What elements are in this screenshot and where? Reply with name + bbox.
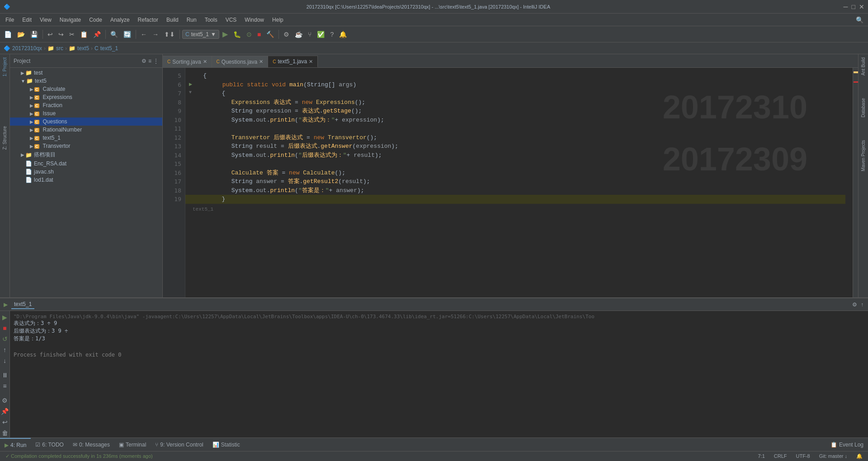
event-log-tab[interactable]: 📋 Event Log xyxy=(826,438,868,452)
tasks-button[interactable]: ✅ xyxy=(315,29,327,39)
status-position[interactable]: 7:1 xyxy=(756,453,766,459)
build-methods-button[interactable]: ⬆⬇ xyxy=(162,29,177,39)
run-play-button[interactable]: ▶ xyxy=(1,313,8,322)
replace-button[interactable]: 🔄 xyxy=(121,29,133,39)
nav-back-button[interactable]: ← xyxy=(138,29,149,39)
tree-item-partner[interactable]: ▶ 📁 搭档项目 xyxy=(10,150,162,160)
tree-item-expressions[interactable]: ▶ C Expressions xyxy=(10,93,162,101)
tree-collapse-icon[interactable]: ≡ xyxy=(148,58,151,64)
menu-file[interactable]: File xyxy=(2,16,18,24)
find-button[interactable]: 🔍 xyxy=(108,29,120,39)
status-line-ending[interactable]: CRLF xyxy=(772,453,789,459)
menu-run[interactable]: Run xyxy=(183,16,200,24)
run-soft-wrap-button[interactable]: ↩ xyxy=(1,418,9,427)
redo-button[interactable]: ↪ xyxy=(56,29,66,39)
tree-item-test[interactable]: ▶ 📁 test xyxy=(10,69,162,77)
run-button[interactable]: ▶ xyxy=(220,28,230,40)
new-file-button[interactable]: 📄 xyxy=(2,29,14,39)
tab-sorting[interactable]: C Sorting.java ✕ xyxy=(163,56,212,67)
database-icon[interactable]: Database xyxy=(859,97,867,119)
run-pin-button[interactable]: 📌 xyxy=(0,407,9,416)
notifications-button[interactable]: 🔔 xyxy=(337,29,349,39)
vcs-button[interactable]: ⑂ xyxy=(306,29,314,39)
help-button[interactable]: ? xyxy=(328,29,336,39)
sdk-manager-button[interactable]: ☕ xyxy=(292,29,305,39)
build-project-button[interactable]: 🔨 xyxy=(264,29,276,39)
paste-button[interactable]: 📌 xyxy=(91,29,103,39)
bottom-tab-vcs[interactable]: ⑂ 9: Version Control xyxy=(151,438,208,452)
copy-button[interactable]: 📋 xyxy=(78,29,90,39)
ant-build-icon[interactable]: Ant Build xyxy=(859,56,867,77)
run-close-icon[interactable]: ↑ xyxy=(860,301,864,309)
run-rerun-button[interactable]: ↺ xyxy=(1,334,9,343)
breadcrumb-text5[interactable]: text5 xyxy=(77,45,89,52)
undo-button[interactable]: ↩ xyxy=(45,29,55,39)
status-branch[interactable]: Git: master ↓ xyxy=(817,453,849,459)
maximize-button[interactable]: □ xyxy=(852,3,855,10)
bottom-tab-statistic[interactable]: 📊 Statistic xyxy=(208,438,245,452)
close-button[interactable]: ✕ xyxy=(859,3,864,10)
menu-window[interactable]: Window xyxy=(241,16,268,24)
run-tab[interactable]: text5_1 xyxy=(11,300,34,309)
run-pause-button[interactable]: ⏸ xyxy=(1,371,9,380)
menu-code[interactable]: Code xyxy=(85,16,106,24)
tree-item-questions[interactable]: ▶ C Questions xyxy=(10,118,162,126)
settings-button[interactable]: ⚙ xyxy=(281,29,292,39)
tree-item-fraction[interactable]: ▶ C Fraction xyxy=(10,101,162,109)
run-dump-threads-button[interactable]: ≡ xyxy=(2,381,7,390)
breadcrumb-file[interactable]: text5_1 xyxy=(100,45,118,52)
tree-item-enc-rsa[interactable]: ▶ 📄 Enc_RSA.dat xyxy=(10,160,162,168)
tree-item-lod1[interactable]: ▶ 📄 lod1.dat xyxy=(10,176,162,184)
run-with-coverage-button[interactable]: ⊙ xyxy=(244,29,254,39)
tab-text5-1[interactable]: C text5_1.java ✕ xyxy=(268,56,318,67)
run-config-dropdown[interactable]: C text5_1 ▼ xyxy=(182,30,219,39)
stop-button[interactable]: ■ xyxy=(255,29,263,39)
structure-panel-icon[interactable]: Z: Structure xyxy=(1,125,9,151)
run-stop-button[interactable]: ■ xyxy=(2,324,7,333)
tab-close-icon[interactable]: ✕ xyxy=(203,59,207,65)
tree-item-text5-1[interactable]: ▶ C text5_1 xyxy=(10,134,162,142)
run-settings2-button[interactable]: ⚙ xyxy=(1,396,9,405)
run-clear-button[interactable]: 🗑 xyxy=(1,428,9,437)
bottom-tab-run[interactable]: ▶ 4: Run xyxy=(0,438,31,452)
menu-help[interactable]: Help xyxy=(269,16,287,24)
nav-forward-button[interactable]: → xyxy=(150,29,161,39)
breadcrumb-project[interactable]: 20172310qx xyxy=(12,45,42,52)
run-settings-icon[interactable]: ⚙ xyxy=(851,301,858,309)
bottom-tab-terminal[interactable]: ▣ Terminal xyxy=(114,438,151,452)
tab-questions[interactable]: C Questions.java ✕ xyxy=(212,56,269,67)
open-button[interactable]: 📂 xyxy=(15,29,27,39)
code-editor[interactable]: 20172310 20172309 { ▶ public static void… xyxy=(185,68,853,297)
tree-item-javacsh[interactable]: ▶ 📄 javac.sh xyxy=(10,168,162,176)
tree-item-issue[interactable]: ▶ C Issue xyxy=(10,109,162,118)
menu-tools[interactable]: Tools xyxy=(201,16,221,24)
menu-build[interactable]: Build xyxy=(163,16,182,24)
run-scroll-up-button[interactable]: ↑ xyxy=(2,345,7,354)
minimize-button[interactable]: ─ xyxy=(844,3,848,10)
tree-item-calculate[interactable]: ▶ C Calculate xyxy=(10,85,162,93)
status-encoding[interactable]: UTF-8 xyxy=(794,453,811,459)
menu-vcs[interactable]: VCS xyxy=(222,16,241,24)
menu-navigate[interactable]: Navigate xyxy=(56,16,85,24)
tree-item-transvertor[interactable]: ▶ C Transvertor xyxy=(10,142,162,150)
bottom-tab-todo[interactable]: ☑ 6: TODO xyxy=(31,438,68,452)
menu-view[interactable]: View xyxy=(36,16,55,24)
run-scroll-down-button[interactable]: ↓ xyxy=(2,356,7,365)
project-panel-icon[interactable]: 1: Project xyxy=(1,56,9,78)
breadcrumb-src[interactable]: src xyxy=(56,45,63,52)
tree-item-text5[interactable]: ▼ 📁 text5 xyxy=(10,77,162,85)
tab-close-icon[interactable]: ✕ xyxy=(309,59,313,65)
tree-more-icon[interactable]: ⋮ xyxy=(153,58,159,64)
debug-button[interactable]: 🐛 xyxy=(231,29,243,39)
save-all-button[interactable]: 💾 xyxy=(28,29,40,39)
bottom-tab-messages[interactable]: ✉ 0: Messages xyxy=(68,438,114,452)
menu-analyze[interactable]: Analyze xyxy=(107,16,133,24)
search-everywhere-icon[interactable]: 🔍 xyxy=(853,16,866,24)
menu-refactor[interactable]: Refactor xyxy=(134,16,162,24)
tab-close-icon[interactable]: ✕ xyxy=(259,59,263,65)
cut-button[interactable]: ✂ xyxy=(67,29,77,39)
menu-edit[interactable]: Edit xyxy=(19,16,35,24)
tree-item-rationalnumber[interactable]: ▶ C RationalNumber xyxy=(10,126,162,134)
maven-projects-icon[interactable]: Maven Projects xyxy=(859,139,867,173)
tree-settings-icon[interactable]: ⚙ xyxy=(142,58,146,64)
